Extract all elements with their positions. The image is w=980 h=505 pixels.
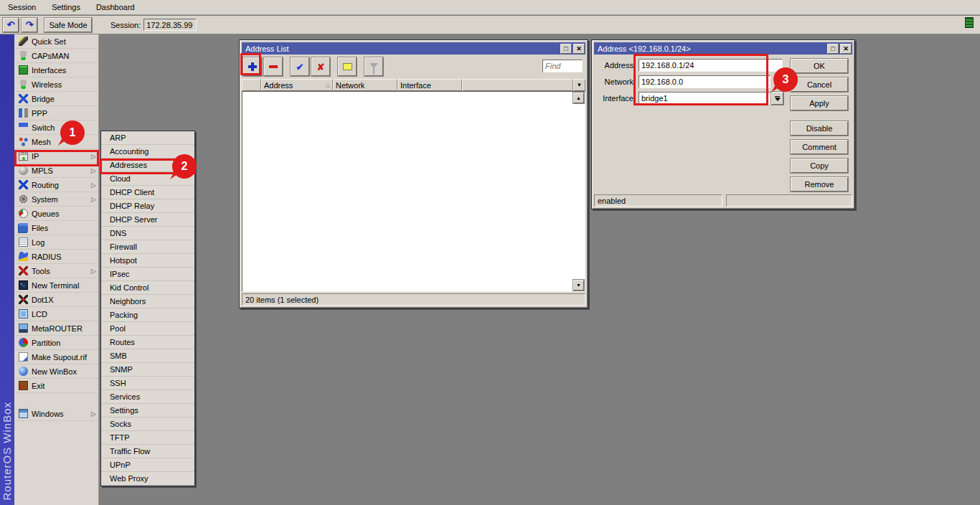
menu-settings[interactable]: Settings bbox=[44, 0, 88, 14]
ip-menu-item-dhcp-client[interactable]: DHCP Client bbox=[101, 186, 194, 199]
column-header-network[interactable]: Network bbox=[333, 79, 397, 91]
ip-menu-item-kid-control[interactable]: Kid Control bbox=[101, 281, 194, 295]
sidebar-item-wireless[interactable]: Wireless bbox=[14, 77, 98, 92]
menu-session[interactable]: Session bbox=[0, 0, 44, 14]
column-header-interface[interactable]: Interface bbox=[397, 79, 462, 91]
network-field[interactable] bbox=[639, 75, 771, 88]
apply-button[interactable]: Apply bbox=[791, 96, 848, 110]
sidebar-item-metarouter[interactable]: MetaROUTER bbox=[14, 321, 98, 336]
close-button[interactable]: ✕ bbox=[840, 44, 852, 54]
ip-menu-item-dns[interactable]: DNS bbox=[101, 227, 194, 240]
session-address-field[interactable]: 172.28.35.99 bbox=[143, 19, 197, 31]
disable-button[interactable]: Disable bbox=[791, 121, 848, 136]
ip-menu-item-routes[interactable]: Routes bbox=[101, 336, 194, 349]
ip-menu-item-cloud[interactable]: Cloud bbox=[101, 172, 194, 186]
menu-dashboard[interactable]: Dashboard bbox=[88, 0, 143, 14]
ip-menu-item-traffic-flow[interactable]: Traffic Flow bbox=[101, 445, 194, 458]
sidebar-item-lcd[interactable]: LCD bbox=[14, 307, 98, 321]
safe-mode-button[interactable]: Safe Mode bbox=[44, 18, 92, 32]
sidebar-item-dot1x[interactable]: Dot1X bbox=[14, 293, 98, 307]
ip-menu-item-upnp[interactable]: UPnP bbox=[101, 458, 194, 472]
sidebar-item-ppp[interactable]: PPP bbox=[14, 106, 98, 121]
sidebar-item-files[interactable]: Files bbox=[14, 221, 98, 235]
ip-menu-item-accounting[interactable]: Accounting bbox=[101, 145, 194, 159]
item-count-text: 20 items (1 selected) bbox=[245, 296, 319, 304]
sidebar-item-quick-set[interactable]: Quick Set bbox=[14, 34, 98, 49]
sidebar-item-radius[interactable]: RADIUS bbox=[14, 250, 98, 264]
address-field-label: Address: bbox=[594, 61, 636, 70]
sidebar-item-queues[interactable]: Queues bbox=[14, 207, 98, 221]
sort-ascending-icon: △ bbox=[326, 82, 330, 88]
interface-field[interactable] bbox=[639, 92, 771, 105]
ip-menu-item-web-proxy[interactable]: Web Proxy bbox=[101, 472, 194, 486]
ip-menu-item-firewall[interactable]: Firewall bbox=[101, 240, 194, 254]
sidebar-item-new-terminal[interactable]: New Terminal bbox=[14, 278, 98, 293]
scroll-up-button[interactable]: ▲ bbox=[573, 93, 584, 103]
disable-button[interactable]: ✘ bbox=[311, 57, 330, 76]
sidebar-item-interfaces[interactable]: Interfaces bbox=[14, 63, 98, 77]
sidebar-item-windows[interactable]: Windows ▷ bbox=[14, 407, 98, 421]
interface-dropdown-button[interactable] bbox=[771, 92, 783, 105]
ip-menu-item-smb[interactable]: SMB bbox=[101, 349, 194, 363]
sidebar-item-ip[interactable]: IP ▷ bbox=[14, 149, 98, 164]
add-button[interactable] bbox=[243, 57, 262, 76]
sidebar-item-switch[interactable]: Switch bbox=[14, 121, 98, 135]
submenu-arrow-icon: ▷ bbox=[91, 167, 96, 174]
interfaces-icon bbox=[19, 65, 28, 75]
sidebar-item-new-winbox[interactable]: New WinBox bbox=[14, 364, 98, 379]
sidebar-item-make-supout-rif[interactable]: Make Supout.rif bbox=[14, 350, 98, 364]
sidebar-item-mpls[interactable]: MPLS ▷ bbox=[14, 164, 98, 178]
address-field[interactable] bbox=[639, 59, 783, 72]
sidebar-item-mesh[interactable]: Mesh bbox=[14, 135, 98, 149]
sidebar-item-bridge[interactable]: Bridge bbox=[14, 92, 98, 106]
comment-button[interactable]: Comment bbox=[791, 140, 848, 154]
redo-button[interactable]: ↷ bbox=[22, 18, 37, 32]
copy-button[interactable]: Copy bbox=[791, 159, 848, 173]
ip-menu-item-services[interactable]: Services bbox=[101, 390, 194, 404]
close-button[interactable]: ✕ bbox=[573, 44, 585, 54]
sidebar-item-partition[interactable]: Partition bbox=[14, 336, 98, 350]
ip-menu-item-hotspot[interactable]: Hotspot bbox=[101, 254, 194, 268]
sidebar-item-exit[interactable]: Exit bbox=[14, 379, 98, 393]
column-header-network-label: Network bbox=[336, 81, 364, 90]
cancel-button[interactable]: Cancel bbox=[791, 77, 848, 92]
remove-button[interactable] bbox=[264, 57, 283, 76]
ip-menu-item-pool[interactable]: Pool bbox=[101, 322, 194, 336]
sidebar-item-routing[interactable]: Routing ▷ bbox=[14, 178, 98, 192]
address-list-body[interactable]: ▲ ▼ bbox=[242, 91, 585, 292]
ip-menu-item-tftp[interactable]: TFTP bbox=[101, 431, 194, 445]
comment-button[interactable] bbox=[338, 57, 357, 76]
address-list-titlebar[interactable]: Address List □ ✕ bbox=[242, 42, 585, 55]
routing-icon bbox=[19, 180, 28, 189]
remove-button[interactable]: Remove bbox=[791, 177, 848, 192]
ip-menu-item-settings[interactable]: Settings bbox=[101, 404, 194, 417]
sidebar-item-tools[interactable]: Tools ▷ bbox=[14, 264, 98, 278]
sidebar-item-log[interactable]: Log bbox=[14, 235, 98, 250]
scroll-down-button[interactable]: ▼ bbox=[573, 280, 584, 291]
ip-menu-item-addresses[interactable]: Addresses bbox=[101, 159, 194, 172]
maximize-button[interactable]: □ bbox=[560, 44, 572, 54]
enable-button[interactable]: ✔ bbox=[291, 57, 309, 76]
ip-menu-item-snmp[interactable]: SNMP bbox=[101, 363, 194, 377]
sidebar-item-label: Wireless bbox=[32, 80, 62, 89]
filter-button[interactable] bbox=[364, 57, 383, 76]
ip-menu-item-arp[interactable]: ARP bbox=[101, 131, 194, 145]
undo-button[interactable]: ↶ bbox=[3, 18, 19, 32]
column-chooser-button[interactable]: ▼ bbox=[573, 79, 585, 91]
column-header-blank[interactable] bbox=[242, 79, 261, 91]
maximize-button[interactable]: □ bbox=[827, 44, 839, 54]
ip-menu-item-dhcp-relay[interactable]: DHCP Relay bbox=[101, 199, 194, 213]
sidebar-item-capsman[interactable]: CAPsMAN bbox=[14, 49, 98, 63]
address-dialog-titlebar[interactable]: Address <192.168.0.1/24> □ ✕ bbox=[594, 42, 852, 55]
find-input[interactable] bbox=[542, 60, 583, 72]
column-header-address[interactable]: Address △ bbox=[261, 79, 333, 91]
ip-menu-item-dhcp-server[interactable]: DHCP Server bbox=[101, 213, 194, 227]
ip-menu-item-socks[interactable]: Socks bbox=[101, 417, 194, 431]
column-header-interface-label: Interface bbox=[400, 81, 431, 90]
ok-button[interactable]: OK bbox=[791, 59, 848, 73]
ip-menu-item-neighbors[interactable]: Neighbors bbox=[101, 295, 194, 308]
ip-menu-item-ssh[interactable]: SSH bbox=[101, 377, 194, 390]
ip-menu-item-packing[interactable]: Packing bbox=[101, 308, 194, 322]
ip-menu-item-ipsec[interactable]: IPsec bbox=[101, 268, 194, 281]
sidebar-item-system[interactable]: System ▷ bbox=[14, 192, 98, 207]
